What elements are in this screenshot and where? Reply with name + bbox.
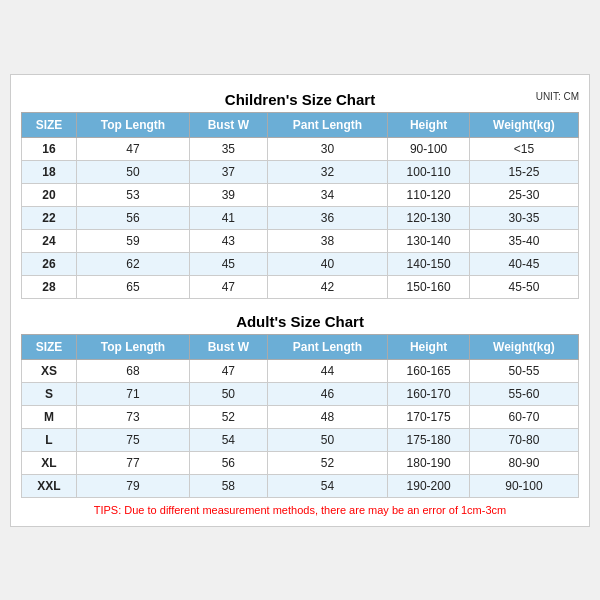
- table-row: XXL795854190-20090-100: [22, 474, 579, 497]
- adult-header-top-length: Top Length: [76, 334, 189, 359]
- children-header-pant-length: Pant Length: [267, 112, 388, 137]
- adult-header-pant-length: Pant Length: [267, 334, 388, 359]
- table-row: M735248170-17560-70: [22, 405, 579, 428]
- children-header-weight: Weight(kg): [469, 112, 578, 137]
- adult-header-row: SIZE Top Length Bust W Pant Length Heigh…: [22, 334, 579, 359]
- children-header-top-length: Top Length: [76, 112, 189, 137]
- children-section-title: Children's Size Chart UNIT: CM: [21, 85, 579, 112]
- table-row: 28654742150-16045-50: [22, 275, 579, 298]
- chart-container: Children's Size Chart UNIT: CM SIZE Top …: [10, 74, 590, 527]
- adult-table: SIZE Top Length Bust W Pant Length Heigh…: [21, 334, 579, 498]
- table-row: XS684744160-16550-55: [22, 359, 579, 382]
- table-row: XL775652180-19080-90: [22, 451, 579, 474]
- children-title-text: Children's Size Chart: [225, 91, 375, 108]
- tips-text: TIPS: Due to different measurement metho…: [21, 504, 579, 516]
- table-row: S715046160-17055-60: [22, 382, 579, 405]
- children-table: SIZE Top Length Bust W Pant Length Heigh…: [21, 112, 579, 299]
- adult-title-text: Adult's Size Chart: [236, 313, 364, 330]
- adult-section-title: Adult's Size Chart: [21, 307, 579, 334]
- children-header-bust-w: Bust W: [190, 112, 268, 137]
- adult-header-bust-w: Bust W: [190, 334, 268, 359]
- table-row: 24594338130-14035-40: [22, 229, 579, 252]
- table-row: L755450175-18070-80: [22, 428, 579, 451]
- table-row: 20533934110-12025-30: [22, 183, 579, 206]
- adult-header-size: SIZE: [22, 334, 77, 359]
- children-header-row: SIZE Top Length Bust W Pant Length Heigh…: [22, 112, 579, 137]
- table-row: 1647353090-100<15: [22, 137, 579, 160]
- table-row: 22564136120-13030-35: [22, 206, 579, 229]
- children-unit-label: UNIT: CM: [536, 91, 579, 102]
- adult-header-weight: Weight(kg): [469, 334, 578, 359]
- table-row: 26624540140-15040-45: [22, 252, 579, 275]
- adult-header-height: Height: [388, 334, 470, 359]
- children-header-height: Height: [388, 112, 470, 137]
- table-row: 18503732100-11015-25: [22, 160, 579, 183]
- children-header-size: SIZE: [22, 112, 77, 137]
